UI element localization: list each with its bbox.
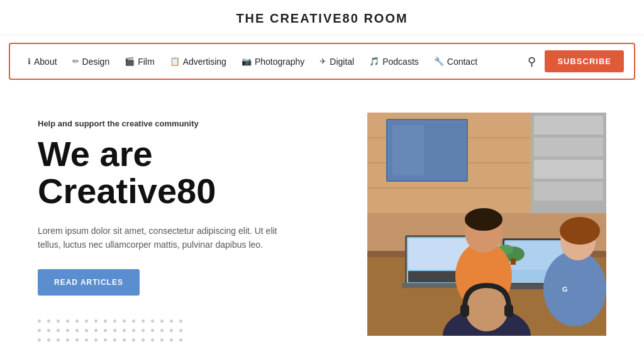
dot bbox=[123, 319, 126, 323]
svg-rect-28 bbox=[511, 258, 516, 265]
nav-bar: ℹAbout✏Design🎬Film📋Advertising📷Photograp… bbox=[9, 43, 635, 80]
dot bbox=[85, 338, 88, 341]
nav-link-about[interactable]: ℹAbout bbox=[20, 54, 65, 69]
dot bbox=[113, 319, 116, 323]
dots-pattern bbox=[38, 319, 342, 341]
svg-rect-12 bbox=[534, 182, 603, 201]
hero-body: Lorem ipsum dolor sit amet, consectetur … bbox=[38, 224, 302, 252]
nav-item-design: ✏Design bbox=[65, 54, 118, 69]
dot bbox=[142, 329, 145, 332]
dots-row bbox=[38, 319, 342, 323]
dot bbox=[57, 329, 60, 332]
nav-actions: ⚲ SUBSCRIBE bbox=[528, 50, 624, 72]
svg-rect-35 bbox=[504, 304, 513, 317]
dot bbox=[113, 338, 116, 341]
svg-rect-11 bbox=[534, 160, 603, 179]
dot bbox=[75, 319, 79, 323]
site-header: THE CREATIVE80 ROOM bbox=[0, 0, 644, 35]
hero-title-line2: Creative80 bbox=[38, 171, 216, 211]
dots-row bbox=[38, 329, 342, 332]
contact-icon: 🔧 bbox=[434, 57, 444, 66]
dot bbox=[170, 329, 173, 332]
dot bbox=[104, 329, 107, 332]
podcasts-icon: 🎵 bbox=[369, 57, 379, 66]
nav-link-podcasts[interactable]: 🎵Podcasts bbox=[362, 54, 426, 69]
about-icon: ℹ bbox=[28, 57, 31, 66]
dot bbox=[38, 329, 41, 332]
dot bbox=[170, 319, 173, 323]
hero-subtitle: Help and support the creative community bbox=[38, 119, 342, 128]
dot bbox=[38, 338, 41, 341]
digital-icon: ✈ bbox=[319, 57, 326, 66]
subscribe-button[interactable]: SUBSCRIBE bbox=[545, 50, 624, 72]
dot bbox=[38, 319, 41, 323]
nav-label-podcasts: Podcasts bbox=[382, 57, 419, 67]
dots-row bbox=[38, 338, 342, 341]
nav-link-film[interactable]: 🎬Film bbox=[117, 54, 162, 69]
dot bbox=[142, 319, 145, 323]
dot bbox=[151, 319, 154, 323]
dot bbox=[66, 338, 69, 341]
dot bbox=[85, 319, 88, 323]
nav-links: ℹAbout✏Design🎬Film📋Advertising📷Photograp… bbox=[20, 54, 485, 69]
dot bbox=[85, 329, 88, 332]
dot bbox=[151, 338, 154, 341]
nav-item-podcasts: 🎵Podcasts bbox=[362, 54, 426, 69]
search-icon: ⚲ bbox=[528, 55, 536, 68]
nav-link-advertising[interactable]: 📋Advertising bbox=[162, 54, 234, 69]
dot bbox=[113, 329, 116, 332]
dot bbox=[160, 319, 164, 323]
dot bbox=[75, 338, 79, 341]
svg-rect-34 bbox=[460, 304, 469, 317]
nav-link-contact[interactable]: 🔧Contact bbox=[426, 54, 485, 69]
dot bbox=[151, 329, 154, 332]
nav-item-photography: 📷Photography bbox=[234, 54, 312, 69]
hero-title: We are Creative80 bbox=[38, 136, 342, 210]
read-articles-button[interactable]: READ ARTICLES bbox=[38, 269, 140, 296]
svg-rect-9 bbox=[534, 116, 603, 135]
dot bbox=[160, 329, 164, 332]
hero-text: Help and support the creative community … bbox=[38, 113, 342, 348]
nav-label-film: Film bbox=[138, 57, 154, 67]
svg-rect-7 bbox=[392, 125, 424, 175]
nav-label-advertising: Advertising bbox=[183, 57, 226, 67]
nav-label-photography: Photography bbox=[255, 57, 304, 67]
dot bbox=[94, 338, 97, 341]
nav-item-about: ℹAbout bbox=[20, 54, 65, 69]
dot bbox=[179, 319, 182, 323]
dot bbox=[132, 319, 135, 323]
dot bbox=[123, 329, 126, 332]
nav-label-contact: Contact bbox=[447, 57, 477, 67]
dot bbox=[142, 338, 145, 341]
svg-rect-10 bbox=[534, 138, 603, 157]
nav-item-film: 🎬Film bbox=[117, 54, 162, 69]
nav-link-digital[interactable]: ✈Digital bbox=[312, 54, 362, 69]
nav-item-advertising: 📋Advertising bbox=[162, 54, 234, 69]
hero-title-line1: We are bbox=[38, 134, 153, 174]
dot bbox=[132, 338, 135, 341]
dot bbox=[179, 329, 182, 332]
nav-item-digital: ✈Digital bbox=[312, 54, 362, 69]
dot bbox=[179, 338, 182, 341]
dot bbox=[160, 338, 164, 341]
dot bbox=[57, 319, 60, 323]
dot bbox=[47, 319, 50, 323]
nav-link-photography[interactable]: 📷Photography bbox=[234, 54, 312, 69]
svg-point-31 bbox=[465, 208, 502, 231]
dot bbox=[66, 319, 69, 323]
photography-icon: 📷 bbox=[242, 57, 252, 66]
nav-item-contact: 🔧Contact bbox=[426, 54, 485, 69]
search-button[interactable]: ⚲ bbox=[528, 55, 536, 69]
nav-link-design[interactable]: ✏Design bbox=[65, 54, 118, 69]
dot bbox=[94, 319, 97, 323]
dot bbox=[66, 329, 69, 332]
dot bbox=[47, 329, 50, 332]
dot bbox=[170, 338, 173, 341]
nav-label-about: About bbox=[34, 57, 57, 67]
dot bbox=[47, 338, 50, 341]
dot bbox=[57, 338, 60, 341]
design-icon: ✏ bbox=[72, 57, 79, 66]
dot bbox=[104, 319, 107, 323]
dot bbox=[104, 338, 107, 341]
film-icon: 🎬 bbox=[125, 57, 135, 66]
